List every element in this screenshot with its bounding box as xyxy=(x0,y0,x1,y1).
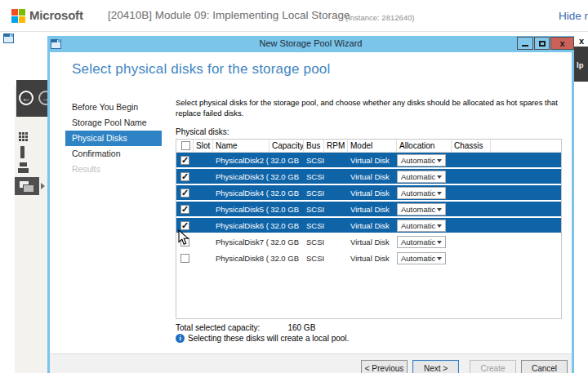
table-row[interactable]: PhysicalDisk6 (... 32.0 GB SCSI Virtual … xyxy=(176,218,561,233)
allocation-dropdown[interactable]: Automatic xyxy=(397,187,446,199)
col-filler xyxy=(491,140,561,152)
cell-bus: SCSI xyxy=(304,172,324,181)
total-capacity-line: Total selected capacity:160 GB xyxy=(176,323,315,332)
all-servers-icon[interactable] xyxy=(18,162,29,173)
allocation-dropdown[interactable]: Automatic xyxy=(397,220,446,232)
col-rpm[interactable]: RPM xyxy=(324,140,348,152)
row-checkbox[interactable] xyxy=(180,254,189,263)
local-server-icon[interactable] xyxy=(20,146,24,158)
col-model[interactable]: Model xyxy=(348,140,397,152)
nav-before-you-begin[interactable]: Before You Begin xyxy=(65,100,162,115)
cell-bus: SCSI xyxy=(304,254,324,263)
microsoft-logo-icon xyxy=(11,9,25,23)
background-window-right-edge: x lp xyxy=(574,32,588,373)
help-menu-fragment[interactable]: lp xyxy=(577,60,583,69)
expand-arrow-icon xyxy=(41,183,45,189)
table-row[interactable]: PhysicalDisk3 (... 32.0 GB SCSI Virtual … xyxy=(176,169,561,184)
row-checkbox[interactable] xyxy=(180,172,189,181)
cell-name: PhysicalDisk6 (... xyxy=(213,221,270,230)
cell-bus: SCSI xyxy=(304,156,324,165)
select-all-checkbox[interactable] xyxy=(181,141,190,150)
minimize-icon xyxy=(522,45,528,47)
cell-model: Virtual Disk xyxy=(348,221,397,230)
select-all-checkbox-cell xyxy=(176,140,194,152)
cell-name: PhysicalDisk5 (... xyxy=(213,205,270,214)
cell-bus: SCSI xyxy=(304,221,324,230)
col-allocation[interactable]: Allocation xyxy=(397,140,452,152)
cell-model: Virtual Disk xyxy=(348,205,397,214)
allocation-dropdown[interactable]: Automatic xyxy=(397,252,446,264)
cell-name: PhysicalDisk7 (... xyxy=(213,238,270,246)
physical-disks-label: Physical disks: xyxy=(176,127,229,136)
allocation-dropdown[interactable]: Automatic xyxy=(397,171,446,183)
cell-capacity: 32.0 GB xyxy=(270,189,304,198)
back-arrow-button[interactable]: ← xyxy=(19,91,33,105)
table-row[interactable]: PhysicalDisk8 (... 32.0 GB SCSI Virtual … xyxy=(176,251,561,265)
cell-name: PhysicalDisk4 (... xyxy=(213,189,270,198)
cancel-button[interactable]: Cancel xyxy=(521,360,568,373)
lab-header: Microsoft [20410B] Module 09: Implementi… xyxy=(0,0,588,31)
table-row[interactable]: PhysicalDisk2 (... 32.0 GB SCSI Virtual … xyxy=(176,153,561,167)
previous-button[interactable]: < Previous xyxy=(361,360,408,373)
page-title: Select physical disks for the storage po… xyxy=(72,61,330,78)
allocation-dropdown[interactable]: Automatic xyxy=(397,236,446,248)
cell-capacity: 32.0 GB xyxy=(270,254,304,263)
table-row[interactable]: PhysicalDisk7 (... 32.0 GB SCSI Virtual … xyxy=(176,234,561,249)
table-row[interactable]: PhysicalDisk4 (... 32.0 GB SCSI Virtual … xyxy=(176,185,561,200)
info-text: Selecting these disks will create a loca… xyxy=(188,334,349,343)
cell-capacity: 32.0 GB xyxy=(270,221,304,230)
col-bus[interactable]: Bus xyxy=(304,140,324,152)
info-icon: i xyxy=(176,334,185,343)
new-storage-pool-wizard-window: New Storage Pool Wizard x Select physica… xyxy=(47,36,574,373)
table-row[interactable]: PhysicalDisk5 (... 32.0 GB SCSI Virtual … xyxy=(176,202,561,216)
col-capacity[interactable]: Capacity xyxy=(270,140,304,152)
cell-name: PhysicalDisk3 (... xyxy=(213,172,270,181)
col-name[interactable]: Name xyxy=(213,140,270,152)
server-manager-flag-icon xyxy=(3,33,14,43)
next-button[interactable]: Next > xyxy=(412,360,459,373)
server-manager-nav-arrows: ← → xyxy=(16,80,47,117)
col-slot[interactable]: Slot xyxy=(194,140,213,152)
file-storage-services-icon[interactable] xyxy=(15,177,39,195)
cell-model: Virtual Disk xyxy=(348,172,397,181)
row-checkbox[interactable] xyxy=(180,238,189,246)
header-divider xyxy=(0,31,588,32)
create-button: Create xyxy=(470,360,516,373)
cell-model: Virtual Disk xyxy=(348,156,397,165)
cell-model: Virtual Disk xyxy=(348,238,397,246)
row-checkbox[interactable] xyxy=(180,221,189,230)
lab-instance: (Instance: 2812640) xyxy=(345,13,415,22)
total-capacity-label: Total selected capacity: xyxy=(176,323,260,332)
background-close-icon[interactable]: x xyxy=(579,36,584,46)
close-button[interactable]: x xyxy=(550,37,574,50)
dashboard-icon[interactable] xyxy=(19,132,28,141)
row-checkbox[interactable] xyxy=(180,156,189,165)
col-chassis[interactable]: Chassis xyxy=(452,140,491,152)
maximize-button[interactable] xyxy=(534,37,550,50)
row-checkbox[interactable] xyxy=(180,189,189,198)
cell-capacity: 32.0 GB xyxy=(270,205,304,214)
cell-capacity: 32.0 GB xyxy=(270,238,304,246)
background-menubar-fragment: lp xyxy=(574,47,588,82)
nav-physical-disks[interactable]: Physical Disks xyxy=(65,131,162,146)
minimize-button[interactable] xyxy=(517,37,533,50)
microsoft-wordmark: Microsoft xyxy=(29,8,83,22)
maximize-icon xyxy=(539,41,546,47)
hide-menu-link[interactable]: Hide menu xyxy=(559,10,588,22)
cell-name: PhysicalDisk8 (... xyxy=(213,254,270,263)
cell-model: Virtual Disk xyxy=(348,254,397,263)
server-manager-nav-strip xyxy=(15,86,47,373)
allocation-dropdown[interactable]: Automatic xyxy=(397,203,446,215)
table-header-row: Slot Name Capacity Bus RPM Model Allocat… xyxy=(176,140,561,153)
total-capacity-value: 160 GB xyxy=(287,323,315,332)
row-checkbox[interactable] xyxy=(180,205,189,214)
server-manager-left-edge: ← → xyxy=(0,32,47,373)
nav-storage-pool-name[interactable]: Storage Pool Name xyxy=(65,115,162,131)
cell-model: Virtual Disk xyxy=(348,189,397,198)
allocation-dropdown[interactable]: Automatic xyxy=(397,154,446,167)
cell-bus: SCSI xyxy=(304,238,324,246)
info-line: i Selecting these disks will create a lo… xyxy=(176,334,349,343)
nav-confirmation[interactable]: Confirmation xyxy=(65,146,162,162)
cell-name: PhysicalDisk2 (... xyxy=(213,156,270,165)
page-description: Select physical disks for the storage po… xyxy=(176,98,563,118)
